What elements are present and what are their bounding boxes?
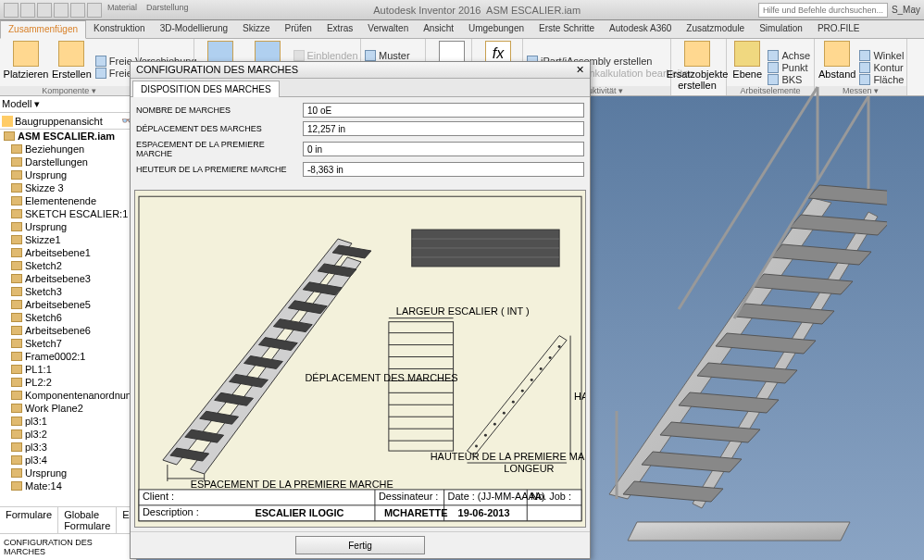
- node-icon: [11, 235, 22, 244]
- tree-node[interactable]: Arbeitsebene6: [0, 324, 136, 337]
- tree-node[interactable]: Frame0002:1: [0, 350, 136, 363]
- node-icon: [11, 261, 22, 270]
- tab-konstruktion[interactable]: Konstruktion: [86, 20, 153, 38]
- tree-node[interactable]: Sketch2: [0, 259, 136, 272]
- tab-skizze[interactable]: Skizze: [235, 20, 277, 38]
- hauteur-input[interactable]: [303, 162, 584, 177]
- tree-root[interactable]: ASM ESCALIER.iam: [0, 130, 136, 143]
- tab-erste-schritte[interactable]: Erste Schritte: [531, 20, 602, 38]
- tab-extras[interactable]: Extras: [319, 20, 360, 38]
- tab-3d-modellierung[interactable]: 3D-Modellierung: [153, 20, 235, 38]
- tree-node[interactable]: Arbeitsebene5: [0, 298, 136, 311]
- tree-node[interactable]: Arbeitsebene1: [0, 246, 136, 259]
- qat-appearance-label: Darstellung: [143, 3, 193, 18]
- tree-node[interactable]: Beziehungen: [0, 143, 136, 156]
- tree-node[interactable]: PL1:1: [0, 363, 136, 376]
- model-browser: Modell ▾ Baugruppenansicht 👓 ASM ESCALIE…: [0, 96, 137, 560]
- tree-node[interactable]: Komponentenanordnung 1:1: [0, 389, 136, 402]
- tb-dess-v: MCHARETTE: [384, 507, 448, 518]
- qat-material-label: Material: [104, 3, 141, 18]
- dialog-title-text: CONFIGURATION DES MARCHES: [136, 64, 298, 76]
- node-icon: [11, 481, 22, 491]
- tb-dess: Dessinateur :: [379, 491, 438, 502]
- tab-umgebungen[interactable]: Umgebungen: [461, 20, 531, 38]
- node-icon: [11, 468, 22, 478]
- tab-simulation[interactable]: Simulation: [752, 20, 810, 38]
- dialog-params: NOMBRE DE MARCHES DÉPLACEMENT DES MARCHE…: [131, 97, 590, 186]
- node-icon: [11, 326, 22, 335]
- node-icon: [11, 442, 22, 452]
- tree-node[interactable]: Skizze 3: [0, 181, 136, 194]
- tab-zusatzmodule[interactable]: Zusatzmodule: [679, 20, 752, 38]
- qat-undo-icon[interactable]: [54, 3, 69, 18]
- param-label: ESPACEMENT DE LA PREMIERE MARCHE: [136, 140, 303, 158]
- user-label[interactable]: S_May: [892, 5, 920, 15]
- tab-zusammenfuegen[interactable]: Zusammenfügen: [0, 20, 86, 39]
- tab-verwalten[interactable]: Verwalten: [360, 20, 416, 38]
- tree-node[interactable]: Arbeitsebene3: [0, 272, 136, 285]
- tab-profile[interactable]: PRO.FILE: [810, 20, 868, 38]
- panel-title-component[interactable]: Komponente ▾: [0, 86, 138, 95]
- tab-pruefen[interactable]: Prüfen: [277, 20, 318, 38]
- node-icon: [11, 391, 22, 400]
- close-icon[interactable]: ✕: [576, 64, 584, 76]
- fertig-button[interactable]: Fertig: [295, 536, 425, 554]
- tree-node[interactable]: Elementenende: [0, 194, 136, 207]
- tab-disposition[interactable]: DISPOSITION DES MARCHES: [132, 81, 280, 97]
- tree-node[interactable]: Ursprung: [0, 220, 136, 233]
- tree-node[interactable]: pl3:3: [0, 441, 136, 454]
- qat-save-icon[interactable]: [37, 3, 52, 18]
- nombre-marches-input[interactable]: [303, 103, 584, 118]
- deplacement-input[interactable]: [303, 121, 584, 136]
- place-icon: [13, 41, 39, 67]
- qat-select-icon[interactable]: [87, 3, 102, 18]
- browser-model-dropdown[interactable]: Modell ▾: [2, 98, 40, 110]
- tree-node[interactable]: SKETCH ESCALIER:1: [0, 207, 136, 220]
- node-icon: [11, 222, 22, 231]
- qat-open-icon[interactable]: [20, 3, 35, 18]
- node-icon: [11, 248, 22, 257]
- qat-app-icon[interactable]: [4, 3, 19, 18]
- tab-ansicht[interactable]: Ansicht: [416, 20, 461, 38]
- tree-node[interactable]: Darstellungen: [0, 156, 136, 168]
- node-icon: [11, 183, 22, 193]
- tree-node[interactable]: Work Plane2: [0, 402, 136, 415]
- svg-point-62: [549, 356, 552, 359]
- rotate-icon: [95, 68, 106, 79]
- browser-filter[interactable]: Baugruppenansicht 👓: [0, 113, 136, 130]
- filter-icon: [2, 116, 13, 127]
- node-icon: [11, 417, 22, 426]
- tree-node[interactable]: Ursprung: [0, 168, 136, 181]
- tab-formulare[interactable]: Formulare: [0, 507, 58, 533]
- tree-node[interactable]: PL2:2: [0, 376, 136, 389]
- qat-redo-icon[interactable]: [70, 3, 85, 18]
- node-icon: [11, 429, 22, 439]
- tab-a360[interactable]: Autodesk A360: [602, 20, 679, 38]
- espacement-input[interactable]: [303, 142, 584, 156]
- tree-node[interactable]: pl3:2: [0, 428, 136, 441]
- ann-hauteur-prem: HAUTEUR DE LA PREMIERE MARCHE: [431, 451, 585, 462]
- tree-node[interactable]: Sketch3: [0, 285, 136, 298]
- param-label: NOMBRE DE MARCHES: [136, 106, 303, 115]
- tree-node[interactable]: Ursprung: [0, 467, 136, 479]
- tree-node[interactable]: pl3:1: [0, 415, 136, 428]
- svg-point-61: [540, 367, 543, 370]
- tab-globale-formulare[interactable]: Globale Formulare: [58, 507, 117, 533]
- tree-node[interactable]: Mate:14: [0, 479, 136, 492]
- browser-header: Modell ▾: [0, 96, 136, 113]
- node-icon: [11, 287, 22, 296]
- tree-node[interactable]: Sketch7: [0, 337, 136, 350]
- dialog-titlebar[interactable]: CONFIGURATION DES MARCHES ✕: [131, 62, 590, 79]
- ann-largeur: LARGEUR ESCALIER ( INT ): [396, 305, 530, 317]
- svg-point-57: [503, 412, 506, 415]
- node-icon: [11, 313, 22, 322]
- browser-footer[interactable]: CONFIGURATION DES MARCHES: [0, 533, 136, 560]
- pattern-button[interactable]: Muster: [365, 50, 419, 61]
- param-label: HEUTEUR DE LA PREMIERE MARCHE: [136, 165, 303, 174]
- tree-node[interactable]: Skizze1: [0, 233, 136, 246]
- tree-node[interactable]: pl3:4: [0, 454, 136, 467]
- help-search-input[interactable]: [758, 3, 888, 18]
- tree-node[interactable]: Sketch6: [0, 311, 136, 324]
- model-tree[interactable]: ASM ESCALIER.iam BeziehungenDarstellunge…: [0, 130, 136, 506]
- dialog-footer: Fertig: [131, 531, 590, 558]
